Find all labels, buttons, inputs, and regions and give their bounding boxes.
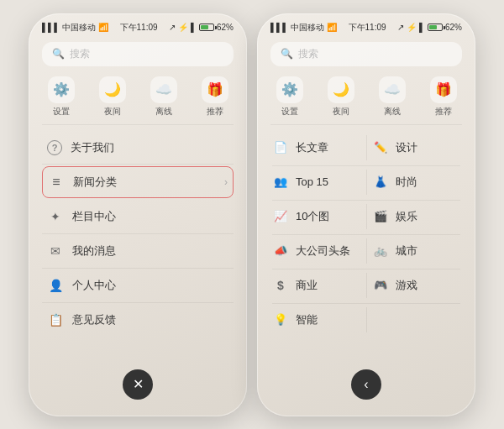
- left-phone: ▌▌▌ 中国移动 📶 下午11:09 ↗ ⚡ ▌ 62% 🔍 搜索 ⚙️ 设置 …: [29, 13, 247, 416]
- category-smart[interactable]: 💡 智能: [267, 304, 366, 336]
- category-empty: [367, 304, 466, 336]
- menu-message[interactable]: ✉ 我的消息: [42, 234, 234, 269]
- search-bar-left[interactable]: 🔍 搜索: [42, 42, 234, 66]
- entertainment-icon: 🎬: [372, 208, 389, 225]
- menu-news-category[interactable]: ≡ 新闻分类 ›: [42, 166, 234, 198]
- divider-left: [42, 124, 234, 125]
- status-right-left: ↗ ⚡ ▌ 62%: [169, 23, 234, 32]
- back-icon: ‹: [364, 377, 368, 392]
- battery-left: [199, 24, 214, 31]
- battery-pct-right: 62%: [445, 23, 462, 32]
- quick-item-offline[interactable]: ☁️ 离线: [150, 76, 177, 118]
- settings-icon-right: ⚙️: [276, 76, 303, 103]
- category-entertainment[interactable]: 🎬 娱乐: [367, 201, 466, 233]
- right-phone: ▌▌▌ 中国移动 📶 下午11:09 ↗ ⚡ ▌ 62% 🔍 搜索 ⚙️ 设置 …: [257, 13, 475, 416]
- long-article-icon: 📄: [272, 139, 289, 156]
- search-icon-left: 🔍: [52, 48, 65, 60]
- top15-label: Top 15: [296, 175, 328, 188]
- news-category-icon: ≡: [48, 174, 65, 191]
- long-article-label: 长文章: [296, 140, 328, 155]
- game-icon: 🎮: [372, 277, 389, 294]
- category-business[interactable]: $ 商业: [267, 269, 366, 301]
- category-headline[interactable]: 📣 大公司头条: [267, 235, 366, 267]
- grid-row-3: 📣 大公司头条 🚲 城市: [267, 235, 465, 267]
- quick-recommend-right[interactable]: 🎁 推荐: [430, 76, 457, 118]
- menu-feedback[interactable]: 📋 意见反馈: [42, 303, 234, 337]
- night-label-right: 夜间: [333, 106, 349, 118]
- category-design[interactable]: ✏️ 设计: [367, 132, 466, 164]
- search-placeholder-right: 搜索: [298, 47, 318, 61]
- quick-item-night[interactable]: 🌙 夜间: [99, 76, 126, 118]
- quick-icons-right: ⚙️ 设置 🌙 夜间 ☁️ 离线 🎁 推荐: [257, 73, 475, 124]
- location-icon-right: ↗: [397, 23, 404, 32]
- settings-icon: ⚙️: [48, 76, 75, 103]
- menu-column-label: 栏目中心: [72, 209, 228, 224]
- recommend-label-right: 推荐: [435, 106, 452, 118]
- grid-row-1: 👥 Top 15 👗 时尚: [267, 166, 465, 198]
- category-fashion[interactable]: 👗 时尚: [367, 166, 466, 198]
- quick-night-right[interactable]: 🌙 夜间: [328, 76, 354, 118]
- menu-feedback-label: 意见反馈: [72, 312, 228, 327]
- night-label: 夜间: [104, 106, 121, 118]
- grid-row-4: $ 商业 🎮 游戏: [267, 269, 465, 301]
- time-left: 下午11:09: [120, 22, 158, 34]
- offline-label: 离线: [155, 106, 172, 118]
- search-bar-right[interactable]: 🔍 搜索: [270, 42, 462, 66]
- bluetooth-icon: ⚡: [178, 23, 188, 32]
- grid-row-2: 📈 10个图 🎬 娱乐: [267, 201, 465, 233]
- menu-column[interactable]: ✦ 栏目中心: [42, 200, 234, 234]
- 10pics-label: 10个图: [296, 209, 329, 224]
- category-city[interactable]: 🚲 城市: [367, 235, 466, 267]
- business-label: 商业: [296, 278, 318, 293]
- smart-icon: 💡: [272, 311, 289, 328]
- back-button[interactable]: ‹: [351, 369, 381, 400]
- carrier-left: 中国移动: [62, 22, 96, 34]
- quick-offline-right[interactable]: ☁️ 离线: [379, 76, 406, 118]
- menu-arrow: ›: [224, 176, 228, 188]
- menu-about[interactable]: ? 关于我们: [42, 132, 234, 165]
- offline-icon-right: ☁️: [379, 76, 406, 103]
- category-long-article[interactable]: 📄 长文章: [267, 132, 366, 164]
- search-icon-right: 🔍: [281, 48, 293, 60]
- menu-profile-label: 个人中心: [72, 278, 228, 293]
- menu-profile[interactable]: 👤 个人中心: [42, 269, 234, 303]
- status-right-right: ↗ ⚡ ▌ 62%: [397, 23, 462, 32]
- headline-label: 大公司头条: [296, 243, 350, 259]
- design-label: 设计: [396, 140, 417, 155]
- menu-about-label: 关于我们: [71, 140, 228, 155]
- signal-icon: ▌▌▌: [42, 23, 60, 32]
- menu-news-label: 新闻分类: [73, 175, 216, 190]
- fashion-label: 时尚: [396, 175, 417, 190]
- top15-icon: 👥: [272, 174, 289, 191]
- settings-label-right: 设置: [281, 106, 298, 118]
- game-label: 游戏: [396, 278, 417, 293]
- business-icon: $: [272, 277, 289, 294]
- search-placeholder-left: 搜索: [70, 47, 90, 61]
- category-top15[interactable]: 👥 Top 15: [267, 166, 366, 198]
- quick-settings-right[interactable]: ⚙️ 设置: [276, 76, 303, 118]
- category-10pics[interactable]: 📈 10个图: [267, 201, 366, 233]
- status-bar-right: ▌▌▌ 中国移动 📶 下午11:09 ↗ ⚡ ▌ 62%: [257, 13, 475, 37]
- status-left-right: ▌▌▌ 中国移动 📶: [270, 22, 337, 34]
- headline-icon: 📣: [272, 243, 289, 259]
- quick-item-recommend[interactable]: 🎁 推荐: [202, 76, 228, 118]
- battery-right: [428, 24, 443, 31]
- time-right: 下午11:09: [349, 22, 386, 34]
- wifi-icon: 📶: [98, 23, 108, 32]
- design-icon: ✏️: [372, 139, 389, 156]
- quick-item-settings[interactable]: ⚙️ 设置: [48, 76, 75, 118]
- carrier-right: 中国移动: [291, 22, 324, 34]
- recommend-icon: 🎁: [202, 76, 228, 103]
- night-icon-right: 🌙: [328, 76, 354, 103]
- offline-icon: ☁️: [150, 76, 177, 103]
- 10pics-icon: 📈: [272, 208, 289, 225]
- settings-label: 设置: [53, 106, 70, 118]
- close-icon: ✕: [133, 376, 144, 392]
- fashion-icon: 👗: [372, 174, 389, 191]
- category-game[interactable]: 🎮 游戏: [367, 269, 466, 301]
- offline-label-right: 离线: [384, 106, 401, 118]
- close-button[interactable]: ✕: [123, 369, 153, 400]
- profile-icon: 👤: [47, 277, 64, 294]
- message-icon: ✉: [47, 243, 64, 259]
- grid-row-5: 💡 智能: [267, 304, 465, 336]
